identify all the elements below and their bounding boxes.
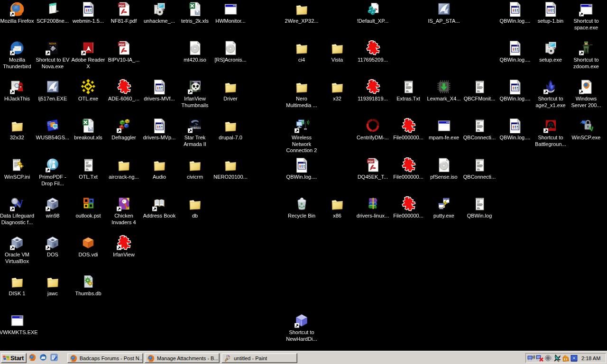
svg-text:PDF: PDF [119,4,125,7]
svg-text:PDF: PDF [368,160,374,163]
svg-text:NOVA: NOVA [49,42,56,45]
svg-text:PDF: PDF [119,43,125,46]
